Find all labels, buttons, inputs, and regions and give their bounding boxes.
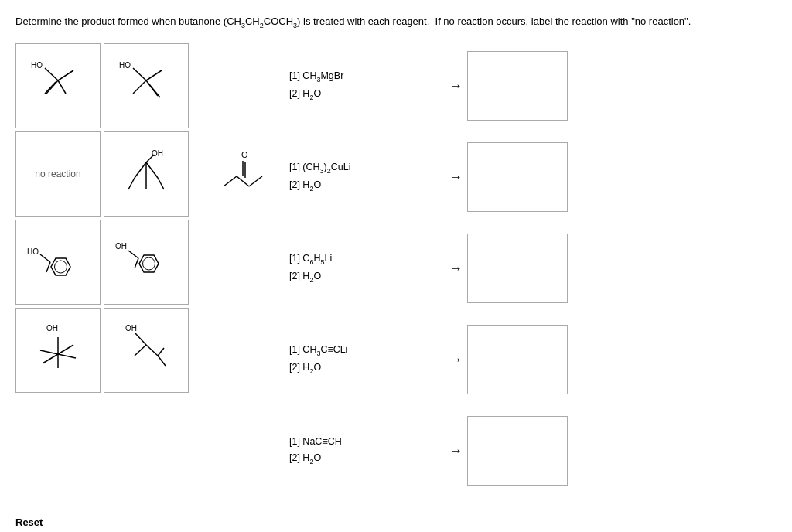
reagent-row-1: [1] CH3MgBr [2] H2O → (289, 43, 568, 128)
arrow-1: → (449, 78, 463, 94)
mol-box-r2c1: no reaction (15, 131, 101, 217)
reset-container: Reset (15, 509, 777, 528)
svg-text:HO: HO (31, 61, 43, 70)
instructions: Determine the product formed when butano… (15, 14, 712, 31)
reagent-row-2: [1] (CH3)2CuLi [2] H2O → (289, 135, 568, 220)
svg-line-2 (58, 70, 73, 80)
reagent-label-1: [1] CH3MgBr [2] H2O (289, 68, 444, 104)
middle-section: O (212, 144, 274, 206)
svg-line-21 (46, 262, 50, 272)
reagent-4-line1: [1] CH3C≡CLi (289, 342, 444, 360)
product-box-4 (467, 325, 568, 394)
svg-line-7 (133, 68, 146, 80)
mol-svg-r1c1: HO (23, 51, 93, 121)
svg-line-41 (249, 176, 262, 186)
svg-line-34 (135, 332, 146, 345)
mol-svg-r2c2: OH (111, 139, 181, 209)
mol-box-r4c1: OH (15, 308, 101, 393)
mol-svg-r3c2: OH (111, 227, 181, 297)
arrow-2: → (449, 169, 463, 186)
reagent-label-2: [1] (CH3)2CuLi [2] H2O (289, 159, 444, 195)
svg-line-39 (224, 176, 237, 186)
svg-point-28 (143, 257, 155, 270)
svg-text:HO: HO (119, 61, 131, 70)
reagent-1-line1: [1] CH3MgBr (289, 68, 444, 86)
svg-line-1 (45, 68, 58, 80)
arrow-5: → (449, 443, 463, 459)
svg-line-25 (128, 251, 138, 258)
mol-svg-r1c2: HO (111, 51, 181, 121)
product-box-2 (467, 142, 568, 212)
reagent-section: [1] CH3MgBr [2] H2O → [1] (CH3)2CuLi [2]… (289, 43, 568, 500)
reagent-label-4: [1] CH3C≡CLi [2] H2O (289, 342, 444, 377)
svg-line-3 (58, 80, 66, 94)
svg-text:O: O (241, 150, 248, 159)
reagent-5-line1: [1] NaC≡CH (289, 434, 444, 450)
mol-box-r3c2: OH (104, 220, 189, 305)
reagent-row-4: [1] CH3C≡CLi [2] H2O → (289, 317, 568, 402)
svg-line-14 (146, 162, 158, 178)
product-box-3 (467, 234, 568, 303)
svg-text:OH: OH (115, 242, 127, 251)
main-layout: HO HO no reactio (15, 43, 777, 500)
reagent-4-line2: [2] H2O (289, 360, 444, 377)
mol-box-r3c1: HO (15, 220, 101, 305)
reagent-row-5: [1] NaC≡CH [2] H2O → (289, 408, 568, 493)
arrow-4: → (449, 352, 463, 368)
reagent-3-line1: [1] C6H5Li (289, 251, 444, 268)
product-box-5 (467, 416, 568, 486)
reagent-2-line1: [1] (CH3)2CuLi (289, 159, 444, 177)
arrow-3: → (449, 261, 463, 277)
svg-line-8 (146, 70, 162, 80)
reagent-row-3: [1] C6H5Li [2] H2O → (289, 226, 568, 311)
reagent-2-line2: [2] H2O (289, 177, 444, 195)
no-reaction-label: no reaction (35, 169, 80, 179)
svg-line-10 (133, 80, 146, 94)
mol-box-r1c1: HO (15, 43, 101, 128)
svg-line-37 (158, 356, 166, 366)
svg-line-38 (158, 348, 164, 356)
svg-text:OH: OH (125, 324, 137, 332)
mol-box-r2c2: OH (104, 131, 189, 217)
mol-svg-r4c2: OH (111, 315, 181, 385)
svg-line-40 (237, 176, 249, 186)
svg-line-5 (45, 82, 56, 94)
molecule-grid: HO HO no reactio (15, 43, 189, 393)
reagent-3-line2: [2] H2O (289, 268, 444, 286)
reset-button[interactable]: Reset (15, 517, 43, 528)
svg-line-36 (135, 345, 146, 356)
svg-point-23 (55, 261, 67, 273)
svg-text:OH: OH (152, 149, 163, 158)
svg-line-4 (46, 80, 58, 94)
reagent-label-5: [1] NaC≡CH [2] H2O (289, 434, 444, 468)
svg-line-35 (146, 345, 158, 356)
mol-box-r1c2: HO (104, 43, 189, 128)
reagent-5-line2: [2] H2O (289, 450, 444, 468)
svg-line-15 (146, 155, 154, 162)
reagent-1-line2: [2] H2O (289, 86, 444, 104)
mol-svg-r4c1: OH (23, 315, 93, 385)
reagent-label-3: [1] C6H5Li [2] H2O (289, 251, 444, 286)
mol-box-r4c2: OH (104, 308, 189, 393)
svg-text:OH: OH (46, 324, 58, 332)
mol-svg-r3c1: HO (23, 227, 93, 297)
svg-line-18 (158, 178, 164, 189)
svg-line-20 (40, 254, 50, 262)
butanone-svg: O (212, 144, 274, 206)
svg-text:HO: HO (27, 247, 39, 256)
product-box-1 (467, 51, 568, 121)
svg-line-17 (128, 178, 135, 189)
svg-line-13 (135, 162, 146, 178)
svg-line-26 (135, 258, 138, 268)
svg-line-11 (148, 84, 160, 97)
